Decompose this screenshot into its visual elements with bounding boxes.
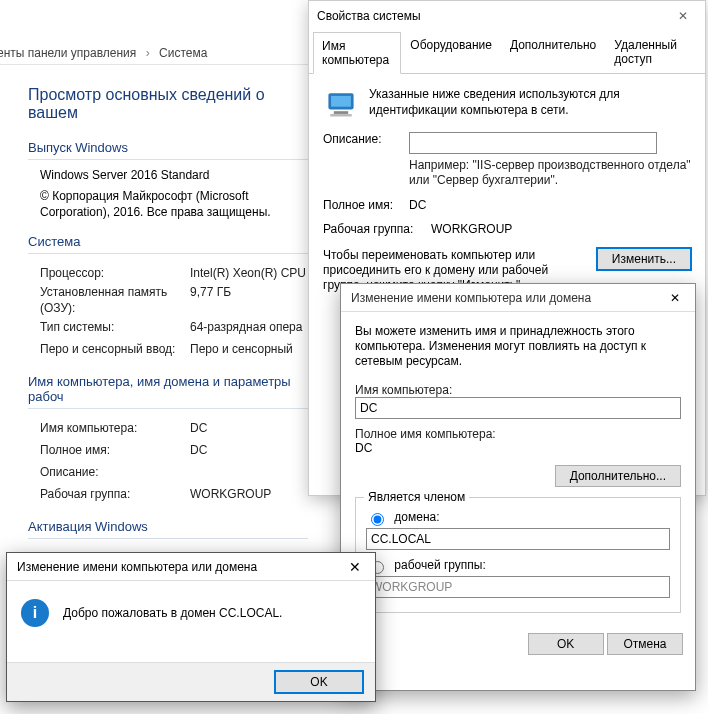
label-pen: Перо и сенсорный ввод: (40, 338, 190, 360)
message-text: Добро пожаловать в домен CC.LOCAL. (63, 606, 282, 620)
change-name-dialog: Изменение имени компьютера или домена ✕ … (340, 283, 696, 691)
computer-name-input[interactable] (355, 397, 681, 419)
info-text: Вы можете изменить имя и принадлежность … (355, 324, 681, 369)
breadcrumb[interactable]: енты панели управления › Система (0, 46, 309, 60)
computer-icon (323, 86, 359, 122)
close-icon[interactable]: ✕ (335, 553, 375, 581)
page-title: Просмотр основных сведений о вашем (28, 86, 308, 122)
tab-remote[interactable]: Удаленный доступ (605, 31, 701, 73)
intro-text: Указанные ниже сведения используются для… (369, 86, 691, 118)
label-ram: Установленная память (ОЗУ): (40, 284, 190, 316)
ok-button[interactable]: OK (528, 633, 604, 655)
chevron-right-icon: › (146, 46, 150, 60)
value-workgroup: WORKGROUP (431, 222, 691, 236)
tab-advanced[interactable]: Дополнительно (501, 31, 605, 73)
tab-computer-name[interactable]: Имя компьютера (313, 32, 401, 74)
section-system: Система (28, 234, 308, 254)
label-systype: Тип системы: (40, 316, 190, 338)
member-of-group: Является членом домена: рабочей группы: (355, 497, 681, 613)
label-description: Описание: (323, 132, 409, 146)
description-input[interactable] (409, 132, 657, 154)
group-legend: Является членом (364, 490, 469, 504)
label-description: Описание: (40, 461, 190, 483)
domain-input[interactable] (366, 528, 670, 550)
dialog-title: Изменение имени компьютера или домена (7, 553, 375, 581)
label-computer-name: Имя компьютера: (40, 417, 190, 439)
cancel-button[interactable]: Отмена (607, 633, 683, 655)
label-full-name: Полное имя: (323, 198, 409, 212)
edition-name: Windows Server 2016 Standard (40, 168, 308, 182)
radio-domain[interactable] (371, 513, 384, 526)
value-computer-name: DC (190, 421, 207, 435)
dialog-title: Свойства системы (309, 1, 705, 31)
svg-rect-2 (334, 111, 348, 114)
value-full-name: DC (190, 443, 207, 457)
breadcrumb-part[interactable]: Система (159, 46, 207, 60)
label-full-name: Полное имя компьютера: (355, 427, 681, 441)
value-pen: Перо и сенсорный (190, 342, 293, 356)
section-activation: Активация Windows (28, 519, 308, 539)
label-domain[interactable]: домена: (394, 510, 439, 524)
value-workgroup: WORKGROUP (190, 487, 271, 501)
value-cpu: Intel(R) Xeon(R) CPU (190, 266, 306, 280)
section-edition: Выпуск Windows (28, 140, 308, 160)
close-icon[interactable]: ✕ (660, 1, 705, 31)
tab-hardware[interactable]: Оборудование (401, 31, 501, 73)
close-icon[interactable]: ✕ (655, 284, 695, 312)
workgroup-input (366, 576, 670, 598)
tabs: Имя компьютера Оборудование Дополнительн… (309, 31, 705, 74)
section-computer-name: Имя компьютера, имя домена и параметры р… (28, 374, 308, 409)
svg-rect-3 (330, 114, 352, 117)
copyright: © Корпорация Майкрософт (Microsoft Corpo… (40, 188, 308, 220)
description-hint: Например: "IIS-сервер производственного … (409, 158, 691, 188)
label-workgroup: Рабочая группа: (323, 222, 431, 236)
label-computer-name: Имя компьютера: (355, 383, 681, 397)
value-full-name: DC (409, 198, 691, 212)
breadcrumb-part[interactable]: енты панели управления (0, 46, 136, 60)
more-button[interactable]: Дополнительно... (555, 465, 681, 487)
label-full-name: Полное имя: (40, 439, 190, 461)
value-full-name: DC (355, 441, 681, 455)
value-systype: 64-разрядная опера (190, 320, 302, 334)
info-icon: i (21, 599, 49, 627)
svg-rect-1 (331, 96, 351, 107)
label-workgroup[interactable]: рабочей группы: (394, 558, 485, 572)
ok-button[interactable]: OK (275, 671, 363, 693)
dialog-title: Изменение имени компьютера или домена (341, 284, 695, 312)
label-workgroup: Рабочая группа: (40, 483, 190, 505)
change-button[interactable]: Изменить... (597, 248, 691, 270)
label-cpu: Процессор: (40, 262, 190, 284)
welcome-message-dialog: Изменение имени компьютера или домена ✕ … (6, 552, 376, 702)
value-ram: 9,77 ГБ (190, 285, 231, 299)
